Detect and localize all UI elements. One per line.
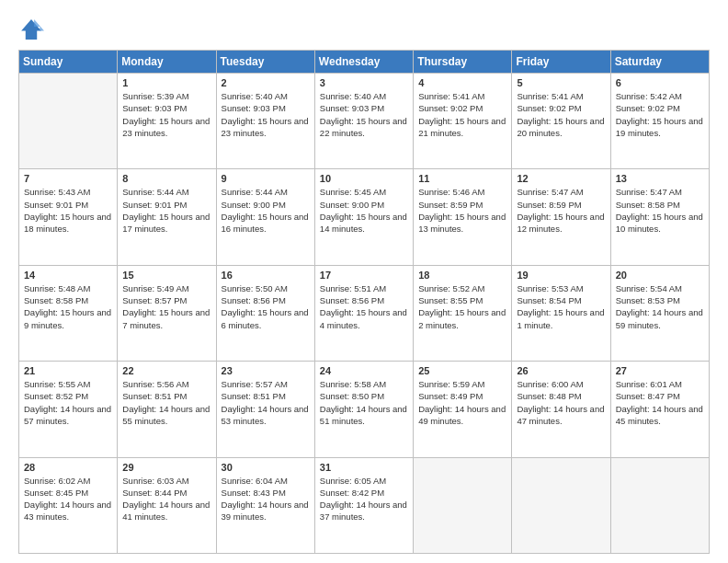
calendar-cell: 15Sunrise: 5:49 AMSunset: 8:57 PMDayligh… xyxy=(118,265,216,361)
day-header-sunday: Sunday xyxy=(19,51,118,74)
calendar-cell: 22Sunrise: 5:56 AMSunset: 8:51 PMDayligh… xyxy=(118,362,216,457)
day-number: 21 xyxy=(24,365,112,376)
day-info: Sunrise: 5:50 AMSunset: 8:56 PMDaylight:… xyxy=(222,282,310,331)
day-info: Sunrise: 5:41 AMSunset: 9:02 PMDaylight:… xyxy=(418,90,506,139)
calendar-cell: 26Sunrise: 6:00 AMSunset: 8:48 PMDayligh… xyxy=(512,362,610,457)
calendar-cell: 14Sunrise: 5:48 AMSunset: 8:58 PMDayligh… xyxy=(19,265,118,361)
calendar-cell xyxy=(512,457,610,553)
day-number: 25 xyxy=(418,365,506,376)
day-info: Sunrise: 6:01 AMSunset: 8:47 PMDaylight:… xyxy=(616,378,704,427)
day-info: Sunrise: 5:55 AMSunset: 8:52 PMDaylight:… xyxy=(24,378,112,427)
calendar-cell: 18Sunrise: 5:52 AMSunset: 8:55 PMDayligh… xyxy=(414,265,512,361)
day-info: Sunrise: 6:03 AMSunset: 8:44 PMDaylight:… xyxy=(122,475,210,523)
header-row: SundayMondayTuesdayWednesdayThursdayFrid… xyxy=(19,51,710,74)
day-header-tuesday: Tuesday xyxy=(216,51,314,74)
day-number: 8 xyxy=(122,173,210,184)
calendar-cell: 23Sunrise: 5:57 AMSunset: 8:51 PMDayligh… xyxy=(216,362,314,457)
calendar-page: SundayMondayTuesdayWednesdayThursdayFrid… xyxy=(0,0,728,563)
day-info: Sunrise: 5:41 AMSunset: 9:02 PMDaylight:… xyxy=(517,90,605,139)
day-header-thursday: Thursday xyxy=(414,51,512,74)
day-header-saturday: Saturday xyxy=(610,51,709,74)
day-number: 3 xyxy=(320,77,408,88)
header xyxy=(18,17,710,42)
day-info: Sunrise: 5:45 AMSunset: 9:00 PMDaylight:… xyxy=(320,186,408,235)
calendar-cell: 27Sunrise: 6:01 AMSunset: 8:47 PMDayligh… xyxy=(610,362,709,457)
day-info: Sunrise: 5:43 AMSunset: 9:01 PMDaylight:… xyxy=(24,186,112,235)
day-info: Sunrise: 5:56 AMSunset: 8:51 PMDaylight:… xyxy=(122,378,210,427)
svg-marker-0 xyxy=(21,19,41,40)
day-number: 20 xyxy=(616,270,704,281)
calendar-cell: 19Sunrise: 5:53 AMSunset: 8:54 PMDayligh… xyxy=(512,265,610,361)
calendar-cell xyxy=(610,457,709,553)
calendar-cell: 1Sunrise: 5:39 AMSunset: 9:03 PMDaylight… xyxy=(118,74,216,169)
day-number: 12 xyxy=(517,173,605,184)
calendar-cell: 3Sunrise: 5:40 AMSunset: 9:03 PMDaylight… xyxy=(314,74,413,169)
logo-icon xyxy=(18,17,44,42)
day-info: Sunrise: 5:46 AMSunset: 8:59 PMDaylight:… xyxy=(418,186,506,235)
day-info: Sunrise: 5:51 AMSunset: 8:56 PMDaylight:… xyxy=(320,282,408,331)
day-info: Sunrise: 5:53 AMSunset: 8:54 PMDaylight:… xyxy=(517,282,605,331)
day-number: 30 xyxy=(222,462,310,473)
day-number: 23 xyxy=(222,365,310,376)
day-number: 17 xyxy=(320,270,408,281)
day-number: 16 xyxy=(222,270,310,281)
day-number: 26 xyxy=(517,365,605,376)
calendar-cell: 28Sunrise: 6:02 AMSunset: 8:45 PMDayligh… xyxy=(19,457,118,553)
calendar-cell xyxy=(19,74,118,169)
day-number: 6 xyxy=(616,77,704,88)
calendar-cell: 12Sunrise: 5:47 AMSunset: 8:59 PMDayligh… xyxy=(512,169,610,265)
calendar-cell: 21Sunrise: 5:55 AMSunset: 8:52 PMDayligh… xyxy=(19,362,118,457)
calendar-cell: 29Sunrise: 6:03 AMSunset: 8:44 PMDayligh… xyxy=(118,457,216,553)
day-info: Sunrise: 5:39 AMSunset: 9:03 PMDaylight:… xyxy=(122,90,210,139)
calendar-week-1: 1Sunrise: 5:39 AMSunset: 9:03 PMDaylight… xyxy=(19,74,710,169)
day-info: Sunrise: 5:52 AMSunset: 8:55 PMDaylight:… xyxy=(418,282,506,331)
calendar-cell: 8Sunrise: 5:44 AMSunset: 9:01 PMDaylight… xyxy=(118,169,216,265)
calendar-cell: 2Sunrise: 5:40 AMSunset: 9:03 PMDaylight… xyxy=(216,74,314,169)
day-info: Sunrise: 5:44 AMSunset: 9:00 PMDaylight:… xyxy=(222,186,310,235)
calendar-cell: 10Sunrise: 5:45 AMSunset: 9:00 PMDayligh… xyxy=(314,169,413,265)
day-info: Sunrise: 6:05 AMSunset: 8:42 PMDaylight:… xyxy=(320,475,408,523)
day-header-monday: Monday xyxy=(118,51,216,74)
day-info: Sunrise: 6:04 AMSunset: 8:43 PMDaylight:… xyxy=(222,475,310,523)
calendar-cell: 31Sunrise: 6:05 AMSunset: 8:42 PMDayligh… xyxy=(314,457,413,553)
calendar-week-2: 7Sunrise: 5:43 AMSunset: 9:01 PMDaylight… xyxy=(19,169,710,265)
calendar-cell: 24Sunrise: 5:58 AMSunset: 8:50 PMDayligh… xyxy=(314,362,413,457)
day-info: Sunrise: 5:40 AMSunset: 9:03 PMDaylight:… xyxy=(222,90,310,139)
day-number: 4 xyxy=(418,77,506,88)
calendar-cell: 6Sunrise: 5:42 AMSunset: 9:02 PMDaylight… xyxy=(610,74,709,169)
calendar-cell: 20Sunrise: 5:54 AMSunset: 8:53 PMDayligh… xyxy=(610,265,709,361)
calendar-cell: 17Sunrise: 5:51 AMSunset: 8:56 PMDayligh… xyxy=(314,265,413,361)
day-info: Sunrise: 5:42 AMSunset: 9:02 PMDaylight:… xyxy=(616,90,704,139)
day-number: 18 xyxy=(418,270,506,281)
day-info: Sunrise: 5:40 AMSunset: 9:03 PMDaylight:… xyxy=(320,90,408,139)
day-info: Sunrise: 5:58 AMSunset: 8:50 PMDaylight:… xyxy=(320,378,408,427)
calendar-table: SundayMondayTuesdayWednesdayThursdayFrid… xyxy=(18,50,710,554)
day-number: 2 xyxy=(222,77,310,88)
day-info: Sunrise: 5:44 AMSunset: 9:01 PMDaylight:… xyxy=(122,186,210,235)
day-number: 19 xyxy=(517,270,605,281)
day-info: Sunrise: 5:59 AMSunset: 8:49 PMDaylight:… xyxy=(418,378,506,427)
calendar-cell: 4Sunrise: 5:41 AMSunset: 9:02 PMDaylight… xyxy=(414,74,512,169)
calendar-cell: 9Sunrise: 5:44 AMSunset: 9:00 PMDaylight… xyxy=(216,169,314,265)
calendar-cell: 5Sunrise: 5:41 AMSunset: 9:02 PMDaylight… xyxy=(512,74,610,169)
day-number: 22 xyxy=(122,365,210,376)
day-number: 29 xyxy=(122,462,210,473)
calendar-cell: 16Sunrise: 5:50 AMSunset: 8:56 PMDayligh… xyxy=(216,265,314,361)
day-number: 1 xyxy=(122,77,210,88)
day-info: Sunrise: 6:02 AMSunset: 8:45 PMDaylight:… xyxy=(24,475,112,523)
calendar-week-4: 21Sunrise: 5:55 AMSunset: 8:52 PMDayligh… xyxy=(19,362,710,457)
day-number: 27 xyxy=(616,365,704,376)
calendar-cell: 7Sunrise: 5:43 AMSunset: 9:01 PMDaylight… xyxy=(19,169,118,265)
day-info: Sunrise: 5:48 AMSunset: 8:58 PMDaylight:… xyxy=(24,282,112,331)
day-info: Sunrise: 5:57 AMSunset: 8:51 PMDaylight:… xyxy=(222,378,310,427)
calendar-cell xyxy=(414,457,512,553)
logo xyxy=(18,17,48,42)
day-info: Sunrise: 5:49 AMSunset: 8:57 PMDaylight:… xyxy=(122,282,210,331)
day-info: Sunrise: 5:47 AMSunset: 8:59 PMDaylight:… xyxy=(517,186,605,235)
day-number: 24 xyxy=(320,365,408,376)
calendar-cell: 13Sunrise: 5:47 AMSunset: 8:58 PMDayligh… xyxy=(610,169,709,265)
day-info: Sunrise: 5:54 AMSunset: 8:53 PMDaylight:… xyxy=(616,282,704,331)
day-number: 5 xyxy=(517,77,605,88)
day-number: 10 xyxy=(320,173,408,184)
day-number: 15 xyxy=(122,270,210,281)
